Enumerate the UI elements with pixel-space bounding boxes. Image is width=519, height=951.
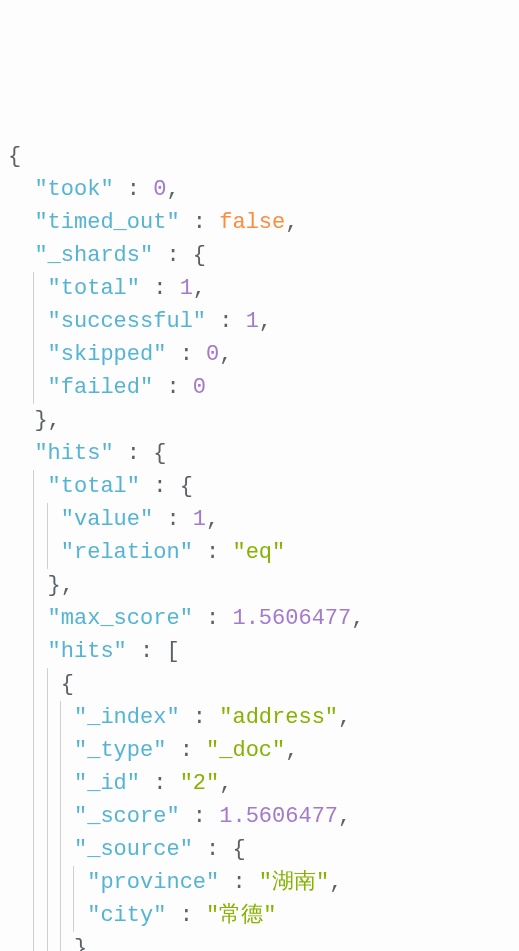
code-line: { bbox=[8, 668, 519, 701]
token-key: "value" bbox=[61, 507, 153, 532]
token-punct: : { bbox=[193, 837, 246, 862]
token-str: "eq" bbox=[232, 540, 285, 565]
code-line: "successful" : 1, bbox=[8, 305, 519, 338]
token-punct: : bbox=[166, 903, 206, 928]
token-key: "successful" bbox=[48, 309, 206, 334]
token-punct: : bbox=[140, 771, 180, 796]
code-line: }, bbox=[8, 569, 519, 602]
token-punct: , bbox=[166, 177, 179, 202]
code-line: "total" : 1, bbox=[8, 272, 519, 305]
token-bool: false bbox=[219, 210, 285, 235]
token-punct: : bbox=[180, 804, 220, 829]
token-key: "_type" bbox=[74, 738, 166, 763]
token-punct: , bbox=[219, 771, 232, 796]
token-key: "total" bbox=[48, 276, 140, 301]
token-punct: : bbox=[206, 309, 246, 334]
token-punct: : bbox=[193, 606, 233, 631]
code-line: "took" : 0, bbox=[8, 173, 519, 206]
token-punct: : { bbox=[114, 441, 167, 466]
token-key: "failed" bbox=[48, 375, 154, 400]
token-punct: { bbox=[61, 672, 74, 697]
code-line: "max_score" : 1.5606477, bbox=[8, 602, 519, 635]
token-punct: , bbox=[193, 276, 206, 301]
token-punct: : bbox=[180, 705, 220, 730]
token-punct: , bbox=[285, 738, 298, 763]
code-line: "_type" : "_doc", bbox=[8, 734, 519, 767]
token-punct: : { bbox=[153, 243, 206, 268]
code-line: "skipped" : 0, bbox=[8, 338, 519, 371]
code-line: "hits" : [ bbox=[8, 635, 519, 668]
token-num: 1 bbox=[246, 309, 259, 334]
code-line: "hits" : { bbox=[8, 437, 519, 470]
token-punct: , bbox=[285, 210, 298, 235]
token-punct: }, bbox=[34, 408, 60, 433]
token-num: 1.5606477 bbox=[232, 606, 351, 631]
token-punct: }, bbox=[48, 573, 74, 598]
token-punct: { bbox=[8, 144, 21, 169]
token-punct: } bbox=[74, 936, 87, 951]
token-punct: : bbox=[153, 507, 193, 532]
token-key: "province" bbox=[87, 870, 219, 895]
code-line: "relation" : "eq" bbox=[8, 536, 519, 569]
token-punct: : bbox=[114, 177, 154, 202]
code-line: "failed" : 0 bbox=[8, 371, 519, 404]
token-key: "total" bbox=[48, 474, 140, 499]
token-key: "_shards" bbox=[34, 243, 153, 268]
token-num: 0 bbox=[206, 342, 219, 367]
code-line: } bbox=[8, 932, 519, 951]
token-str: "常德" bbox=[206, 903, 276, 928]
code-line: "_index" : "address", bbox=[8, 701, 519, 734]
token-num: 1 bbox=[193, 507, 206, 532]
token-key: "_score" bbox=[74, 804, 180, 829]
token-num: 0 bbox=[193, 375, 206, 400]
token-str: "2" bbox=[180, 771, 220, 796]
code-line: "_id" : "2", bbox=[8, 767, 519, 800]
code-line: "city" : "常德" bbox=[8, 899, 519, 932]
json-code-block: { "took" : 0, "timed_out" : false, "_sha… bbox=[0, 140, 519, 951]
code-line: "value" : 1, bbox=[8, 503, 519, 536]
token-punct: : [ bbox=[127, 639, 180, 664]
token-key: "relation" bbox=[61, 540, 193, 565]
token-key: "city" bbox=[87, 903, 166, 928]
code-line: "_source" : { bbox=[8, 833, 519, 866]
code-line: "province" : "湖南", bbox=[8, 866, 519, 899]
code-line: }, bbox=[8, 404, 519, 437]
token-key: "hits" bbox=[34, 441, 113, 466]
code-line: "_shards" : { bbox=[8, 239, 519, 272]
token-key: "_id" bbox=[74, 771, 140, 796]
code-line: "total" : { bbox=[8, 470, 519, 503]
token-punct: : bbox=[193, 540, 233, 565]
token-punct: : bbox=[166, 342, 206, 367]
token-punct: : bbox=[166, 738, 206, 763]
token-key: "hits" bbox=[48, 639, 127, 664]
token-key: "timed_out" bbox=[34, 210, 179, 235]
token-punct: : bbox=[180, 210, 220, 235]
token-punct: , bbox=[219, 342, 232, 367]
token-num: 1 bbox=[180, 276, 193, 301]
token-punct: : bbox=[140, 276, 180, 301]
token-num: 0 bbox=[153, 177, 166, 202]
token-num: 1.5606477 bbox=[219, 804, 338, 829]
token-punct: : bbox=[153, 375, 193, 400]
token-punct: , bbox=[329, 870, 342, 895]
code-line: { bbox=[8, 140, 519, 173]
token-str: "湖南" bbox=[259, 870, 329, 895]
token-punct: , bbox=[351, 606, 364, 631]
token-punct: : { bbox=[140, 474, 193, 499]
token-punct: , bbox=[338, 705, 351, 730]
token-key: "took" bbox=[34, 177, 113, 202]
token-key: "max_score" bbox=[48, 606, 193, 631]
token-punct: , bbox=[259, 309, 272, 334]
token-str: "_doc" bbox=[206, 738, 285, 763]
token-punct: : bbox=[219, 870, 259, 895]
token-str: "address" bbox=[219, 705, 338, 730]
token-key: "_index" bbox=[74, 705, 180, 730]
code-line: "timed_out" : false, bbox=[8, 206, 519, 239]
token-punct: , bbox=[338, 804, 351, 829]
code-line: "_score" : 1.5606477, bbox=[8, 800, 519, 833]
token-key: "_source" bbox=[74, 837, 193, 862]
token-punct: , bbox=[206, 507, 219, 532]
token-key: "skipped" bbox=[48, 342, 167, 367]
